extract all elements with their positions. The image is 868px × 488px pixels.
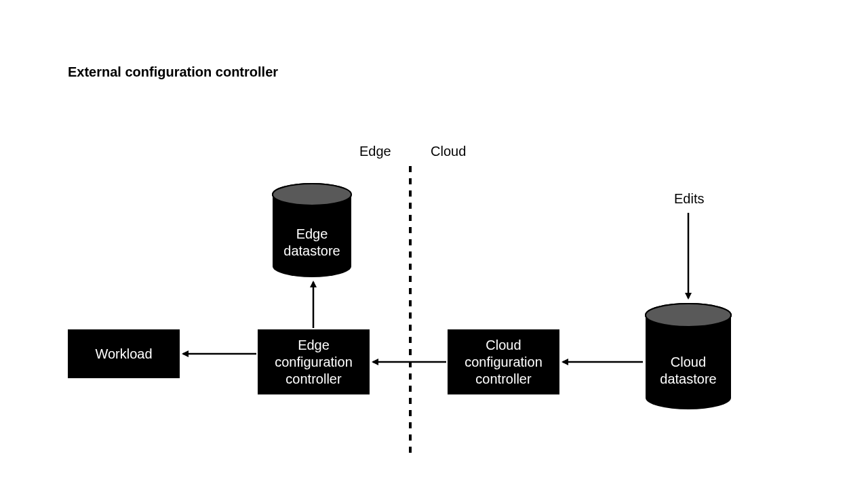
edge-datastore-node: Edge datastore (271, 182, 353, 279)
edits-label: Edits (674, 191, 704, 207)
edge-config-controller-label: Edge configuration controller (258, 337, 370, 388)
edge-datastore-label: Edge datastore (271, 226, 353, 260)
edge-config-controller-node: Edge configuration controller (258, 329, 370, 394)
workload-node: Workload (68, 329, 180, 378)
cloud-config-controller-node: Cloud configuration controller (448, 329, 559, 394)
cloud-datastore-node: Cloud datastore (644, 302, 732, 411)
cloud-config-controller-label: Cloud configuration controller (448, 337, 559, 388)
cloud-region-label: Cloud (431, 144, 466, 159)
svg-point-1 (273, 184, 351, 205)
cloud-datastore-label: Cloud datastore (644, 354, 732, 388)
svg-point-3 (646, 304, 731, 327)
edge-region-label: Edge (359, 144, 391, 159)
workload-label: Workload (95, 346, 152, 363)
diagram-title: External configuration controller (68, 64, 278, 80)
